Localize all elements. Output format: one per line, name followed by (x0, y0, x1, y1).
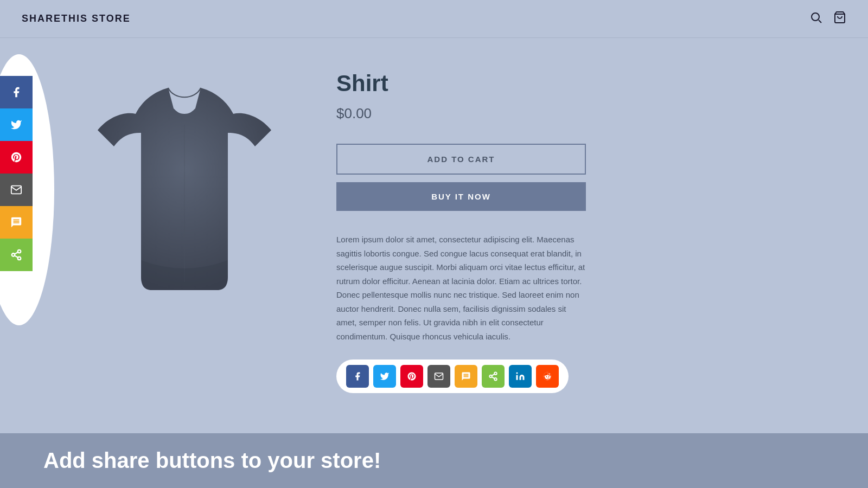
product-image-container (43, 60, 293, 320)
inline-share-oval (336, 359, 569, 393)
facebook-inline-btn[interactable] (346, 365, 369, 388)
svg-point-4 (12, 253, 15, 256)
buy-now-button[interactable]: BUY IT NOW (336, 182, 586, 211)
email-share-sidebar-btn[interactable] (0, 174, 33, 206)
svg-line-6 (15, 255, 18, 258)
twitter-share-sidebar-btn[interactable] (0, 108, 33, 141)
header: SHARETHIS STORE (0, 0, 868, 38)
inline-share-container (336, 359, 597, 393)
svg-point-11 (494, 378, 497, 381)
cart-icon[interactable] (833, 11, 846, 27)
facebook-share-sidebar-btn[interactable] (0, 76, 33, 108)
product-image (87, 70, 282, 309)
svg-line-13 (492, 374, 494, 376)
pinterest-inline-btn[interactable] (400, 365, 423, 388)
svg-point-5 (18, 257, 21, 260)
product-description: Lorem ipsum dolor sit amet, consectetur … (336, 233, 586, 343)
sms-share-sidebar-btn[interactable] (0, 206, 33, 239)
svg-point-3 (18, 250, 21, 253)
email-inline-btn[interactable] (427, 365, 450, 388)
svg-line-7 (15, 252, 18, 254)
search-icon[interactable] (809, 11, 822, 27)
product-details: Shirt $0.00 ADD TO CART BUY IT NOW Lorem… (336, 60, 825, 393)
svg-point-10 (489, 375, 492, 378)
twitter-inline-btn[interactable] (373, 365, 396, 388)
pinterest-share-sidebar-btn[interactable] (0, 141, 33, 174)
sms-inline-btn[interactable] (455, 365, 477, 388)
product-title: Shirt (336, 70, 825, 97)
reddit-inline-btn[interactable] (536, 365, 559, 388)
sidebar-share-panel (0, 76, 33, 271)
svg-point-0 (812, 13, 819, 21)
banner-text: Add share buttons to your store! (43, 448, 381, 472)
svg-line-12 (492, 377, 494, 378)
bottom-banner: Add share buttons to your store! (0, 433, 868, 488)
general-share-sidebar-btn[interactable] (0, 239, 33, 271)
share-inline-btn[interactable] (482, 365, 505, 388)
main-content: Shirt $0.00 ADD TO CART BUY IT NOW Lorem… (0, 38, 868, 415)
svg-line-1 (819, 20, 821, 23)
linkedin-inline-btn[interactable] (509, 365, 532, 388)
svg-point-14 (516, 373, 518, 374)
store-logo: SHARETHIS STORE (22, 13, 131, 24)
svg-point-9 (494, 373, 497, 375)
product-price: $0.00 (336, 105, 825, 122)
header-actions (809, 11, 846, 27)
add-to-cart-button[interactable]: ADD TO CART (336, 144, 586, 175)
